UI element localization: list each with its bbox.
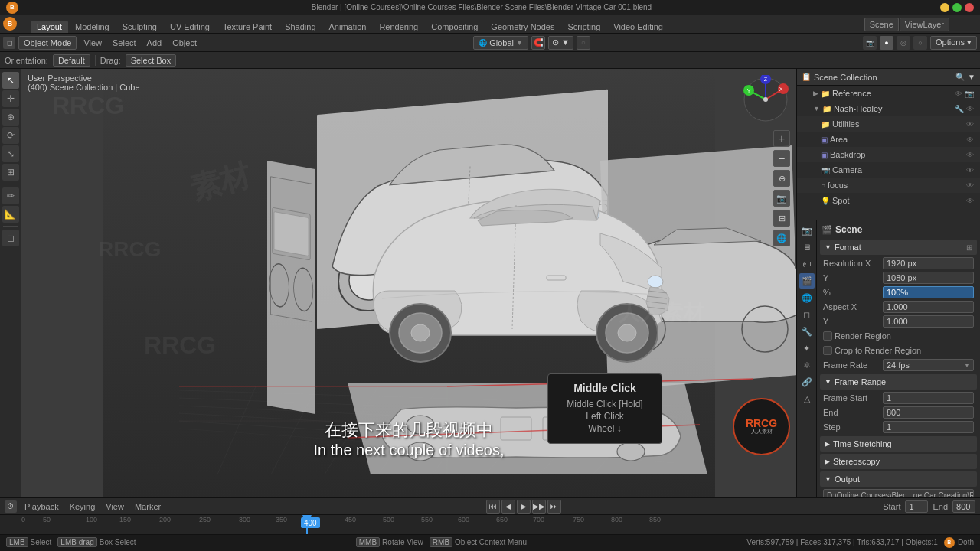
prev-frame-btn[interactable]: ◀ bbox=[501, 500, 515, 514]
add-menu[interactable]: Add bbox=[143, 37, 166, 48]
frame-start-input[interactable]: 1 bbox=[905, 500, 928, 513]
tab-compositing[interactable]: Compositing bbox=[425, 21, 484, 33]
outliner-utils-vis-icon[interactable]: 👁 bbox=[966, 120, 974, 129]
tool-rotate[interactable]: ⟳ bbox=[2, 127, 19, 144]
tool-select[interactable]: ↖ bbox=[2, 72, 19, 89]
next-frame-btn[interactable]: ▶▶ bbox=[532, 500, 546, 514]
outliner-nash-vis-icon[interactable]: 👁 bbox=[966, 105, 974, 113]
prop-data-icon[interactable]: △ bbox=[799, 391, 815, 406]
select-menu[interactable]: Select bbox=[109, 37, 140, 48]
time-stretch-header[interactable]: ▶ Time Stretching bbox=[820, 436, 977, 452]
aspect-y-value[interactable]: 1.000 bbox=[883, 315, 974, 328]
view-layer-dropdown[interactable]: ViewLayer bbox=[900, 18, 949, 31]
nav-fly[interactable]: ⊕ bbox=[773, 170, 790, 187]
tab-marker[interactable]: Marker bbox=[132, 501, 164, 512]
tool-scale[interactable]: ⤡ bbox=[2, 145, 19, 162]
prop-scene-icon[interactable]: 🎬 bbox=[799, 273, 815, 289]
jump-end-btn[interactable]: ⏭ bbox=[547, 500, 561, 514]
frame-range-header[interactable]: ▼ Frame Range bbox=[820, 374, 977, 390]
transform-orientation[interactable]: 🌐 Global ▼ bbox=[473, 36, 528, 50]
nav-camera[interactable]: 📷 bbox=[773, 190, 790, 207]
outliner-ref-render-icon[interactable]: 📷 bbox=[965, 90, 974, 98]
pivot-dropdown[interactable]: ⊙ ▼ bbox=[548, 36, 573, 50]
viewport-shading-material[interactable]: ◎ bbox=[897, 36, 910, 50]
prop-world-icon[interactable]: 🌐 bbox=[799, 290, 815, 305]
format-header[interactable]: ▼ Format ⊞ bbox=[820, 240, 977, 255]
tab-modeling[interactable]: Modeling bbox=[69, 21, 116, 33]
prop-object-icon[interactable]: ◻ bbox=[799, 307, 815, 322]
prop-modifier-icon[interactable]: 🔧 bbox=[799, 324, 815, 339]
play-btn[interactable]: ▶ bbox=[517, 500, 531, 514]
outliner-item-area[interactable]: ▣ Area 👁 bbox=[797, 132, 980, 147]
outliner-item-backdrop[interactable]: ▣ Backdrop 👁 bbox=[797, 147, 980, 162]
nav-zoom-out[interactable]: − bbox=[773, 150, 790, 167]
proportional-btn[interactable]: ○ bbox=[577, 36, 590, 50]
stereoscopy-header[interactable]: ▶ Stereoscopy bbox=[820, 454, 977, 469]
outliner-ref-vis-icon[interactable]: 👁 bbox=[955, 90, 962, 98]
tab-playback[interactable]: Playback bbox=[21, 501, 62, 512]
prop-output-icon[interactable]: 🖥 bbox=[799, 240, 815, 255]
scene-dropdown[interactable]: Scene bbox=[864, 18, 899, 31]
prop-view-layer-icon[interactable]: 🏷 bbox=[799, 256, 815, 272]
tool-measure[interactable]: 📐 bbox=[2, 206, 19, 223]
outliner-camera-vis-icon[interactable]: 👁 bbox=[966, 166, 974, 174]
outliner-area-vis-icon[interactable]: 👁 bbox=[966, 135, 974, 144]
maximize-btn[interactable] bbox=[952, 3, 962, 12]
current-frame-box[interactable]: 400 bbox=[301, 517, 320, 528]
outliner-item-camera[interactable]: 📷 Camera 👁 bbox=[797, 162, 980, 178]
outliner-focus-vis-icon[interactable]: 👁 bbox=[966, 181, 974, 190]
outliner-filter-icon[interactable]: ▼ bbox=[968, 73, 975, 81]
close-btn[interactable] bbox=[965, 3, 974, 12]
aspect-x-value[interactable]: 1.000 bbox=[883, 301, 974, 313]
resolution-y-value[interactable]: 1080 px bbox=[883, 272, 974, 284]
tool-move[interactable]: ⊕ bbox=[2, 109, 19, 126]
mode-dropdown[interactable]: Object Mode bbox=[18, 36, 77, 50]
tab-sculpting[interactable]: Sculpting bbox=[116, 21, 163, 33]
tab-keying[interactable]: Keying bbox=[67, 501, 99, 512]
outliner-backdrop-vis-icon[interactable]: 👁 bbox=[966, 151, 974, 159]
viewport[interactable]: RRCG 素材 RRCG 人人素材 RRCG bbox=[21, 69, 796, 497]
outliner-item-focus[interactable]: ○ focus 👁 bbox=[797, 178, 980, 193]
drag-dropdown[interactable]: Select Box bbox=[126, 54, 177, 67]
frame-end-input[interactable]: 800 bbox=[952, 500, 975, 513]
tool-add-cube[interactable]: ◻ bbox=[2, 230, 19, 246]
tool-transform[interactable]: ⊞ bbox=[2, 164, 19, 181]
tab-view-tl[interactable]: View bbox=[103, 501, 127, 512]
tab-texture-paint[interactable]: Texture Paint bbox=[217, 21, 278, 33]
frame-step-value[interactable]: 1 bbox=[883, 421, 974, 433]
options-btn[interactable]: Options ▾ bbox=[930, 36, 977, 50]
output-path-value[interactable]: D:\Online Courses\Blen...ge Car Creation… bbox=[823, 489, 974, 497]
minimize-btn[interactable] bbox=[940, 3, 949, 12]
crop-checkbox[interactable] bbox=[823, 346, 832, 355]
jump-start-btn[interactable]: ⏮ bbox=[486, 500, 500, 514]
outliner-search-icon[interactable]: 🔍 bbox=[956, 73, 965, 81]
prop-physics-icon[interactable]: ⚛ bbox=[799, 357, 815, 373]
frame-rate-dropdown[interactable]: 24 fps ▼ bbox=[883, 359, 974, 371]
outliner-spot-vis-icon[interactable]: 👁 bbox=[966, 197, 974, 205]
tab-uv-editing[interactable]: UV Editing bbox=[164, 21, 216, 33]
resolution-x-value[interactable]: 1920 px bbox=[883, 257, 974, 269]
orientation-dropdown[interactable]: Default bbox=[53, 54, 90, 67]
render-icon-btn[interactable]: 📷 bbox=[863, 36, 877, 50]
tab-layout[interactable]: Layout bbox=[31, 21, 68, 33]
tab-animation[interactable]: Animation bbox=[323, 21, 373, 33]
tab-shading[interactable]: Shading bbox=[279, 21, 322, 33]
output-header[interactable]: ▼ Output bbox=[820, 471, 977, 487]
snapping-btn[interactable]: 🧲 bbox=[531, 36, 545, 50]
prop-constraints-icon[interactable]: 🔗 bbox=[799, 374, 815, 390]
viewport-shading-rendered[interactable]: ○ bbox=[913, 36, 927, 50]
nav-frame-all[interactable]: ⊞ bbox=[773, 210, 790, 227]
prop-render-icon[interactable]: 📷 bbox=[799, 223, 815, 238]
nav-world[interactable]: 🌐 bbox=[773, 230, 790, 246]
prop-particles-icon[interactable]: ✦ bbox=[799, 341, 815, 356]
timeline-ruler[interactable]: 0 50 100 150 200 250 300 350 400 450 500… bbox=[0, 515, 980, 534]
nav-zoom-in[interactable]: + bbox=[773, 130, 790, 147]
tool-cursor[interactable]: ✛ bbox=[2, 90, 19, 107]
tab-scripting[interactable]: Scripting bbox=[561, 21, 606, 33]
viewport-shading-solid[interactable]: ● bbox=[880, 36, 893, 50]
tab-video-editing[interactable]: Video Editing bbox=[607, 21, 669, 33]
object-menu[interactable]: Object bbox=[168, 37, 201, 48]
frame-end-value[interactable]: 800 bbox=[883, 406, 974, 419]
tool-annotate[interactable]: ✏ bbox=[2, 187, 19, 204]
tab-rendering[interactable]: Rendering bbox=[373, 21, 424, 33]
